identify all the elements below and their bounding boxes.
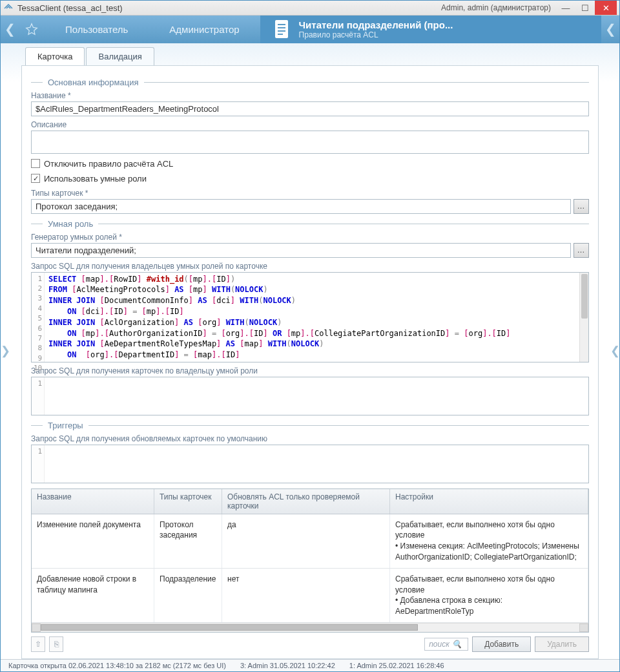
maximize-button[interactable]: ☐ <box>575 1 595 15</box>
tab-card[interactable]: Карточка <box>25 47 85 65</box>
col-update-acl[interactable]: Обновлять ACL только проверяемой карточк… <box>222 489 390 514</box>
grid-footer: ⇧ ⎘ поиск🔍 Добавить Удалить <box>31 633 589 652</box>
use-smart-roles-checkbox[interactable] <box>31 174 40 183</box>
close-button[interactable]: ✕ <box>595 1 617 15</box>
titlebar: TessaClient (tessa_acl_test) Admin, admi… <box>1 1 619 16</box>
col-name[interactable]: Название <box>32 489 154 514</box>
label-name: Название * <box>31 91 589 100</box>
document-icon <box>273 19 291 39</box>
tab-user[interactable]: Пользователь <box>45 16 149 43</box>
code-content: SELECT [map].[RowID] #with_id([mp].[ID])… <box>45 273 579 362</box>
use-smart-roles-label: Использовать умные роли <box>44 174 147 184</box>
disable-rule-label: Отключить правило расчёта ACL <box>44 159 173 169</box>
window-title: TessaClient (tessa_acl_test) <box>17 3 441 13</box>
status-opened: Карточка открыта 02.06.2021 13:48:10 за … <box>8 662 226 669</box>
bookmark-button[interactable]: ⎘ <box>49 636 63 652</box>
panel-left-toggle[interactable]: ❯ <box>1 43 10 659</box>
section-triggers: Триггеры <box>48 421 83 430</box>
add-button[interactable]: Добавить <box>472 636 531 652</box>
disable-rule-checkbox[interactable] <box>31 159 40 168</box>
card-form: Основная информация Название * Описание … <box>21 65 599 659</box>
triggers-grid: Название Типы карточек Обновлять ACL тол… <box>31 488 589 633</box>
card-types-browse-button[interactable]: … <box>574 199 589 214</box>
generator-input[interactable] <box>31 243 571 258</box>
user-label: Admin, admin (администратор) <box>441 3 551 12</box>
section-main-info: Основная информация <box>48 78 139 87</box>
active-tab-subtitle: Правило расчёта ACL <box>299 30 453 39</box>
label-card-types: Типы карточек * <box>31 189 589 198</box>
name-input[interactable] <box>31 101 589 116</box>
col-settings[interactable]: Настройки <box>390 489 588 514</box>
grid-search-input[interactable]: поиск🔍 <box>424 638 468 651</box>
status-created: 1: Admin 25.02.2021 16:28:46 <box>349 662 444 669</box>
tab-active-card[interactable]: Читатели подразделений (про... Правило р… <box>260 16 601 43</box>
tab-validation[interactable]: Валидация <box>86 47 154 65</box>
sql-default-editor[interactable]: 1 <box>31 445 589 483</box>
app-window: TessaClient (tessa_acl_test) Admin, admi… <box>0 0 620 672</box>
label-sql-owners: Запрос SQL для получения владельцев умны… <box>31 262 589 271</box>
code-scrollbar[interactable] <box>579 273 588 362</box>
delete-button: Удалить <box>535 636 589 652</box>
active-tab-title: Читатели подразделений (про... <box>299 19 453 30</box>
col-card-types[interactable]: Типы карточек <box>154 489 222 514</box>
sql-cards-editor[interactable]: 1 <box>31 377 589 415</box>
label-sql-cards: Запрос SQL для получения карточек по вла… <box>31 366 589 375</box>
card-tabs: Карточка Валидация <box>25 47 599 65</box>
label-description: Описание <box>31 120 589 129</box>
code-gutter: 12345678910 <box>32 273 45 362</box>
tab-admin[interactable]: Администратор <box>149 16 260 43</box>
nav-back-button[interactable]: ❮ <box>1 16 19 43</box>
main-toolbar: ❮ Пользователь Администратор Читатели по… <box>1 16 619 43</box>
section-smart-role: Умная роль <box>48 219 93 229</box>
status-bar: Карточка открыта 02.06.2021 13:48:10 за … <box>1 659 619 671</box>
content-area: ❯ Карточка Валидация Основная информация… <box>1 43 619 659</box>
search-icon: 🔍 <box>452 640 462 649</box>
table-row[interactable]: Добавление новой строки в таблицу мапинг… <box>32 569 588 623</box>
svg-rect-0 <box>275 20 288 38</box>
move-up-button[interactable]: ⇧ <box>31 636 45 652</box>
app-icon <box>3 3 14 13</box>
grid-horizontal-scrollbar[interactable] <box>32 623 588 632</box>
table-row[interactable]: Изменение полей документа Протокол засед… <box>32 514 588 569</box>
sql-owners-editor[interactable]: 12345678910 SELECT [map].[RowID] #with_i… <box>31 272 589 362</box>
label-generator: Генератор умных ролей * <box>31 233 589 242</box>
nav-forward-button[interactable]: ❮ <box>601 16 619 43</box>
panel-right-toggle[interactable]: ❮ <box>610 43 619 659</box>
generator-browse-button[interactable]: … <box>574 243 589 258</box>
minimize-button[interactable]: — <box>556 1 575 15</box>
favorite-button[interactable] <box>19 16 45 43</box>
label-sql-default: Запрос SQL для получения обновляемых кар… <box>31 434 589 443</box>
status-modified: 3: Admin 31.05.2021 10:22:42 <box>240 662 335 669</box>
card-types-input[interactable] <box>31 199 571 214</box>
description-input[interactable] <box>31 131 589 154</box>
